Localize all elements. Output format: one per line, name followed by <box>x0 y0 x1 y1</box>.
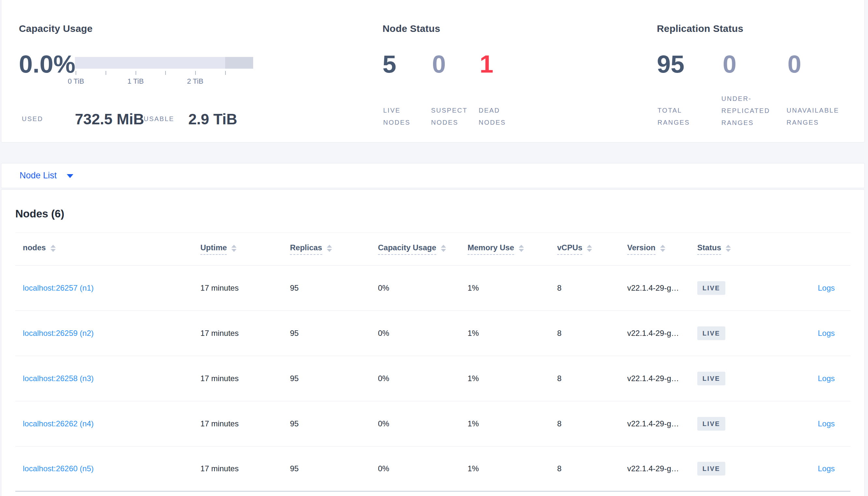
vcpus-cell: 8 <box>557 374 627 383</box>
axis-tick <box>76 71 76 75</box>
node-list-dropdown[interactable]: Node List <box>19 164 57 188</box>
nodes-section-title: Nodes (6) <box>15 208 64 220</box>
suspect-nodes-count: 0 <box>432 52 446 77</box>
status-cell: LIVE <box>697 462 789 476</box>
usable-label: USABLE <box>144 113 174 125</box>
column-label: Replicas <box>290 243 322 255</box>
column-header-replicas[interactable]: Replicas <box>290 243 378 255</box>
live-nodes-count: 5 <box>383 52 396 77</box>
usable-value: 2.9 TiB <box>188 110 237 128</box>
logs-link[interactable]: Logs <box>818 419 835 428</box>
table-row: localhost:26262 (n4)17 minutes950%1%8v22… <box>15 401 850 447</box>
capacity-usage-cell: 0% <box>378 283 467 293</box>
column-label: Status <box>697 243 721 255</box>
cluster-overview-page: { "colors": { "accent_blue": "#1c5ef0", … <box>0 0 868 496</box>
capacity-usage-cell: 0% <box>378 419 467 428</box>
node-cell: localhost:26259 (n2) <box>23 329 200 338</box>
dead-nodes-label: DEAD NODES <box>479 105 523 128</box>
vcpus-cell: 8 <box>557 419 627 428</box>
uptime-cell: 17 minutes <box>200 464 290 473</box>
sort-icon <box>725 245 731 253</box>
version-cell: v22.1.4-29-g… <box>627 374 697 383</box>
column-header-memory-use[interactable]: Memory Use <box>467 243 557 255</box>
capacity-usage-cell: 0% <box>378 329 467 338</box>
logs-link[interactable]: Logs <box>818 283 835 292</box>
memory-use-cell: 1% <box>467 419 557 428</box>
column-label: vCPUs <box>557 243 582 255</box>
column-header-uptime[interactable]: Uptime <box>200 243 290 255</box>
uptime-cell: 17 minutes <box>200 374 290 383</box>
live-nodes-label: LIVE NODES <box>383 105 427 128</box>
column-label: Version <box>627 243 656 255</box>
logs-cell: Logs <box>789 419 850 428</box>
vcpus-cell: 8 <box>557 283 627 293</box>
axis-tick-label: 1 TiB <box>116 77 155 86</box>
memory-use-cell: 1% <box>467 374 557 383</box>
replicas-cell: 95 <box>290 419 378 428</box>
axis-tick <box>165 71 166 75</box>
vcpus-cell: 8 <box>557 329 627 338</box>
dead-nodes-count: 1 <box>480 52 493 77</box>
uptime-cell: 17 minutes <box>200 283 290 293</box>
node-list-dropdown-label: Node List <box>19 171 57 181</box>
sort-icon <box>587 245 592 253</box>
logs-link[interactable]: Logs <box>818 464 835 473</box>
sort-icon <box>519 245 524 253</box>
status-badge: LIVE <box>697 372 725 385</box>
cluster-summary-card: Capacity Usage 0.0% 0 TiB 1 TiB 2 TiB US… <box>1 0 865 142</box>
axis-tick <box>106 71 106 75</box>
node-cell: localhost:26257 (n1) <box>23 283 200 293</box>
uptime-cell: 17 minutes <box>200 329 290 338</box>
column-label: nodes <box>23 243 46 255</box>
axis-tick-label: 2 TiB <box>176 77 215 86</box>
capacity-usage-cell: 0% <box>378 374 467 383</box>
version-cell: v22.1.4-29-g… <box>627 464 697 473</box>
node-link[interactable]: localhost:26257 (n1) <box>23 283 93 292</box>
total-ranges-count: 95 <box>657 52 685 77</box>
column-header-vcpus[interactable]: vCPUs <box>557 243 627 255</box>
table-row: localhost:26259 (n2)17 minutes950%1%8v22… <box>15 311 850 356</box>
under-replicated-count: 0 <box>723 52 736 77</box>
column-header-nodes[interactable]: nodes <box>23 243 200 255</box>
node-link[interactable]: localhost:26260 (n5) <box>23 464 93 473</box>
uptime-cell: 17 minutes <box>200 419 290 428</box>
logs-link[interactable]: Logs <box>818 329 835 338</box>
column-label: Capacity Usage <box>378 243 436 255</box>
memory-use-cell: 1% <box>467 329 557 338</box>
table-body: localhost:26257 (n1)17 minutes950%1%8v22… <box>15 266 850 492</box>
status-badge: LIVE <box>697 326 725 340</box>
column-header-capacity-usage[interactable]: Capacity Usage <box>378 243 467 255</box>
chevron-down-icon[interactable] <box>67 174 73 178</box>
sort-icon <box>327 245 332 253</box>
logs-link[interactable]: Logs <box>818 374 835 383</box>
column-header-version[interactable]: Version <box>627 243 697 255</box>
suspect-nodes-label: SUSPECT NODES <box>431 105 475 128</box>
replication-status-title: Replication Status <box>657 23 743 34</box>
node-link[interactable]: localhost:26262 (n4) <box>23 419 93 428</box>
status-cell: LIVE <box>697 326 789 340</box>
logs-cell: Logs <box>789 374 850 383</box>
logs-cell: Logs <box>789 283 850 293</box>
used-label: USED <box>22 113 43 125</box>
axis-tick <box>225 71 226 75</box>
status-cell: LIVE <box>697 417 789 431</box>
table-header-row: nodesUptimeReplicasCapacity UsageMemory … <box>15 233 850 266</box>
memory-use-cell: 1% <box>467 464 557 473</box>
node-link[interactable]: localhost:26258 (n3) <box>23 374 93 383</box>
logs-cell: Logs <box>789 464 850 473</box>
column-label: Memory Use <box>467 243 514 255</box>
node-link[interactable]: localhost:26259 (n2) <box>23 329 93 338</box>
column-header-status[interactable]: Status <box>697 243 789 255</box>
column-label: Uptime <box>200 243 227 255</box>
status-cell: LIVE <box>697 372 789 385</box>
replicas-cell: 95 <box>290 283 378 293</box>
axis-tick <box>195 71 196 75</box>
view-selector-bar: Node List <box>1 163 865 188</box>
capacity-used-percent: 0.0% <box>19 52 75 77</box>
status-cell: LIVE <box>697 281 789 295</box>
table-row: localhost:26257 (n1)17 minutes950%1%8v22… <box>15 266 850 311</box>
version-cell: v22.1.4-29-g… <box>627 283 697 293</box>
version-cell: v22.1.4-29-g… <box>627 329 697 338</box>
version-cell: v22.1.4-29-g… <box>627 419 697 428</box>
capacity-usage-cell: 0% <box>378 464 467 473</box>
